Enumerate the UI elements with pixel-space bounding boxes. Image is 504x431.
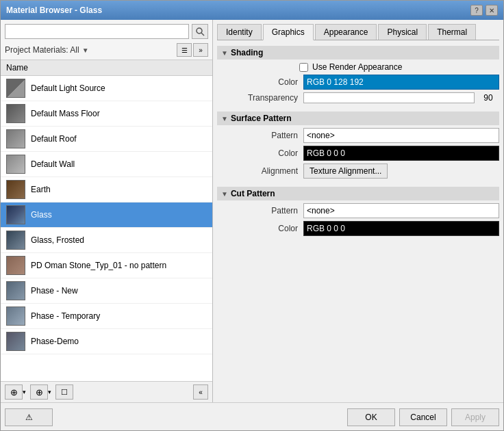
list-item[interactable]: Phase - New xyxy=(1,278,212,304)
material-name: Earth xyxy=(31,185,51,194)
cut-pattern-header[interactable]: ▼ Cut Pattern xyxy=(217,187,499,200)
filter-label: Project Materials: All xyxy=(5,45,79,55)
shading-arrow: ▼ xyxy=(221,49,228,57)
list-item-selected[interactable]: Glass xyxy=(1,203,212,228)
surface-pattern-text: <none> xyxy=(307,131,335,140)
view-toggle-button[interactable]: ☰ xyxy=(177,43,192,57)
ok-button[interactable]: OK xyxy=(347,408,395,426)
material-icon xyxy=(6,306,25,326)
surface-pattern-header[interactable]: ▼ Surface Pattern xyxy=(217,112,499,125)
search-button[interactable] xyxy=(192,24,208,39)
surface-pattern-row: Pattern <none> xyxy=(228,128,499,143)
list-item[interactable]: Default Mass Floor xyxy=(1,101,212,127)
search-input[interactable] xyxy=(5,24,189,39)
material-icon xyxy=(6,129,25,148)
cut-color-value: RGB 0 0 0 xyxy=(303,221,499,236)
texture-alignment-button[interactable]: Texture Alignment... xyxy=(303,164,388,179)
delete-button[interactable]: ☐ xyxy=(55,384,73,400)
material-name: Phase - Temporary xyxy=(31,311,100,321)
surface-pattern-value: <none> xyxy=(303,128,499,143)
cancel-button[interactable]: Cancel xyxy=(399,408,447,426)
apply-button[interactable]: Apply xyxy=(451,408,499,426)
collapse-button[interactable]: « xyxy=(193,384,208,400)
svg-point-0 xyxy=(197,28,202,34)
shading-color-swatch[interactable]: RGB 0 128 192 xyxy=(303,75,499,90)
left-panel: Project Materials: All ▼ ☰ » Name Defaul… xyxy=(1,20,213,402)
list-item[interactable]: Phase-Demo xyxy=(1,329,212,354)
material-icon xyxy=(6,256,25,275)
surface-color-label: Color xyxy=(228,148,303,158)
tab-graphics[interactable]: Graphics xyxy=(263,24,314,40)
surface-color-value: RGB 0 0 0 xyxy=(303,146,499,161)
dup-dropdown-arrow: ▾ xyxy=(48,389,51,395)
cut-pattern-label: Pattern xyxy=(228,206,303,216)
material-name: Default Roof xyxy=(31,134,77,144)
use-render-label: Use Render Appearance xyxy=(312,62,402,72)
cut-color-row: Color RGB 0 0 0 xyxy=(228,221,499,236)
list-item[interactable]: Phase - Temporary xyxy=(1,304,212,329)
filter-icons: ☰ » xyxy=(177,43,208,57)
cut-color-text: RGB 0 0 0 xyxy=(307,224,345,233)
surface-color-text: RGB 0 0 0 xyxy=(307,148,345,158)
list-item[interactable]: Default Roof xyxy=(1,127,212,152)
shading-section: ▼ Shading Use Render Appearance Color RG… xyxy=(217,46,499,106)
help-button[interactable]: ? xyxy=(470,5,483,16)
tab-appearance[interactable]: Appearance xyxy=(315,24,377,40)
surface-color-swatch[interactable]: RGB 0 0 0 xyxy=(303,146,499,161)
material-name: Phase-Demo xyxy=(31,337,79,346)
dialog-footer: ⚠ OK Cancel Apply xyxy=(1,402,503,430)
material-icon xyxy=(6,180,25,199)
list-item[interactable]: Default Wall xyxy=(1,152,212,177)
list-item[interactable]: PD Oman Stone_Typ_01 - no pattern xyxy=(1,253,212,278)
right-panel: Identity Graphics Appearance Physical Th… xyxy=(213,20,503,402)
shading-title: Shading xyxy=(231,48,263,57)
transparency-slider[interactable] xyxy=(303,92,475,103)
list-header: Name xyxy=(1,60,212,76)
add-material-button[interactable]: ⊕ xyxy=(5,384,23,400)
warning-icon: ⚠ xyxy=(25,413,33,422)
material-icon xyxy=(6,79,25,98)
shading-header[interactable]: ▼ Shading xyxy=(217,46,499,60)
expand-button[interactable]: » xyxy=(193,43,208,57)
title-bar: Material Browser - Glass ? ✕ xyxy=(1,1,503,20)
list-item[interactable]: Glass, Frosted xyxy=(1,228,212,253)
alignment-row: Alignment Texture Alignment... xyxy=(228,164,499,179)
material-browser-window: Material Browser - Glass ? ✕ Project Ma xyxy=(0,0,504,431)
transparency-label: Transparency xyxy=(228,93,303,103)
list-item[interactable]: Default Light Source xyxy=(1,76,212,101)
color-label: Color xyxy=(228,77,303,87)
cut-pattern-text: <none> xyxy=(307,206,335,216)
main-content: Project Materials: All ▼ ☰ » Name Defaul… xyxy=(1,20,503,402)
material-name: Default Light Source xyxy=(31,83,105,93)
surface-arrow: ▼ xyxy=(221,115,228,122)
alignment-value: Texture Alignment... xyxy=(303,164,499,179)
bottom-toolbar: ⊕ ▾ ⊕ ▾ ☐ « xyxy=(1,381,212,402)
warning-button[interactable]: ⚠ xyxy=(5,408,53,426)
window-title: Material Browser - Glass xyxy=(6,5,102,15)
filter-bar: Project Materials: All ▼ ☰ » xyxy=(1,42,212,60)
search-icon xyxy=(195,27,205,36)
tab-identity[interactable]: Identity xyxy=(217,24,262,40)
cut-pattern-value: <none> xyxy=(303,203,499,218)
cut-pattern-field[interactable]: <none> xyxy=(303,203,499,218)
material-list[interactable]: Default Light Source Default Mass Floor … xyxy=(1,76,212,381)
duplicate-button[interactable]: ⊕ xyxy=(30,384,48,400)
surface-color-row: Color RGB 0 0 0 xyxy=(228,146,499,161)
transparency-value-area: 90 xyxy=(303,92,499,103)
name-column-header: Name xyxy=(6,63,28,73)
material-name: Phase - New xyxy=(31,286,78,296)
tab-physical[interactable]: Physical xyxy=(378,24,427,40)
surface-pattern-section: ▼ Surface Pattern Pattern <none> Color xyxy=(217,112,499,181)
surface-pattern-field[interactable]: <none> xyxy=(303,128,499,143)
cut-color-swatch[interactable]: RGB 0 0 0 xyxy=(303,221,499,236)
footer-left: ⚠ xyxy=(5,408,53,426)
list-item[interactable]: Earth xyxy=(1,177,212,203)
alignment-label: Alignment xyxy=(228,166,303,176)
use-render-checkbox[interactable] xyxy=(299,63,308,72)
search-bar xyxy=(1,20,212,42)
material-name: Glass xyxy=(31,210,52,220)
title-bar-buttons: ? ✕ xyxy=(470,5,498,16)
material-icon xyxy=(6,155,25,174)
close-button[interactable]: ✕ xyxy=(486,5,498,16)
tab-thermal[interactable]: Thermal xyxy=(428,24,476,40)
